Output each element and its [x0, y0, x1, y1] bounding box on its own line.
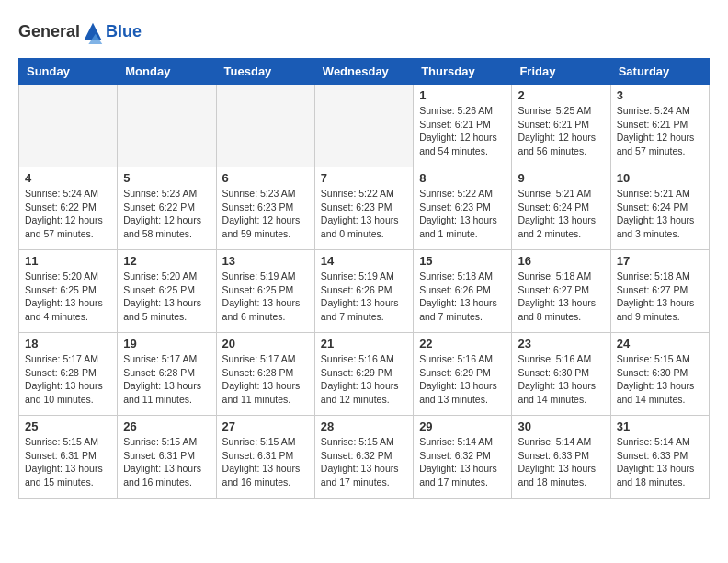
calendar-day-cell: 17Sunrise: 5:18 AM Sunset: 6:27 PM Dayli…	[610, 250, 709, 333]
day-info: Sunrise: 5:24 AM Sunset: 6:21 PM Dayligh…	[617, 104, 703, 158]
calendar-table: SundayMondayTuesdayWednesdayThursdayFrid…	[18, 58, 710, 499]
calendar-week-row: 11Sunrise: 5:20 AM Sunset: 6:25 PM Dayli…	[19, 250, 710, 333]
day-info: Sunrise: 5:23 AM Sunset: 6:22 PM Dayligh…	[123, 187, 210, 241]
day-info: Sunrise: 5:16 AM Sunset: 6:29 PM Dayligh…	[419, 352, 506, 407]
day-info: Sunrise: 5:19 AM Sunset: 6:25 PM Dayligh…	[222, 270, 309, 324]
day-of-week-header: Tuesday	[216, 59, 314, 85]
day-number: 13	[222, 254, 309, 268]
calendar-day-cell: 3Sunrise: 5:24 AM Sunset: 6:21 PM Daylig…	[610, 85, 709, 167]
day-number: 15	[419, 254, 506, 268]
day-of-week-header: Wednesday	[314, 59, 413, 85]
day-info: Sunrise: 5:14 AM Sunset: 6:32 PM Dayligh…	[419, 435, 506, 489]
day-number: 3	[617, 88, 703, 102]
calendar-day-cell: 18Sunrise: 5:17 AM Sunset: 6:28 PM Dayli…	[19, 333, 118, 416]
day-info: Sunrise: 5:21 AM Sunset: 6:24 PM Dayligh…	[518, 187, 604, 241]
page-header: GeneralBlue	[18, 18, 710, 44]
calendar-day-cell: 6Sunrise: 5:23 AM Sunset: 6:23 PM Daylig…	[216, 167, 314, 250]
calendar-day-cell: 20Sunrise: 5:17 AM Sunset: 6:28 PM Dayli…	[216, 333, 314, 416]
calendar-day-cell: 2Sunrise: 5:25 AM Sunset: 6:21 PM Daylig…	[512, 85, 610, 167]
day-number: 28	[321, 419, 407, 433]
day-info: Sunrise: 5:17 AM Sunset: 6:28 PM Dayligh…	[222, 352, 309, 407]
logo-general-text: General	[18, 22, 80, 41]
day-info: Sunrise: 5:15 AM Sunset: 6:31 PM Dayligh…	[25, 435, 111, 489]
day-number: 1	[419, 88, 506, 102]
calendar-day-cell: 16Sunrise: 5:18 AM Sunset: 6:27 PM Dayli…	[512, 250, 610, 333]
day-info: Sunrise: 5:20 AM Sunset: 6:25 PM Dayligh…	[123, 270, 210, 324]
day-of-week-header: Monday	[118, 59, 216, 85]
day-number: 27	[222, 419, 309, 433]
calendar-day-cell: 13Sunrise: 5:19 AM Sunset: 6:25 PM Dayli…	[216, 250, 314, 333]
day-number: 17	[617, 254, 703, 268]
day-number: 20	[222, 337, 309, 350]
day-info: Sunrise: 5:19 AM Sunset: 6:26 PM Dayligh…	[321, 270, 407, 324]
day-of-week-header: Thursday	[414, 59, 512, 85]
day-of-week-header: Friday	[512, 59, 610, 85]
day-number: 10	[617, 171, 703, 185]
calendar-day-cell: 9Sunrise: 5:21 AM Sunset: 6:24 PM Daylig…	[512, 167, 610, 250]
calendar-day-cell: 29Sunrise: 5:14 AM Sunset: 6:32 PM Dayli…	[414, 416, 512, 499]
calendar-day-cell: 8Sunrise: 5:22 AM Sunset: 6:23 PM Daylig…	[414, 167, 512, 250]
calendar-day-cell: 31Sunrise: 5:14 AM Sunset: 6:33 PM Dayli…	[610, 416, 709, 499]
calendar-day-cell: 1Sunrise: 5:26 AM Sunset: 6:21 PM Daylig…	[414, 85, 512, 167]
calendar-day-cell: 12Sunrise: 5:20 AM Sunset: 6:25 PM Dayli…	[118, 250, 216, 333]
day-number: 23	[518, 337, 604, 350]
day-of-week-header: Sunday	[19, 59, 118, 85]
day-info: Sunrise: 5:15 AM Sunset: 6:31 PM Dayligh…	[222, 435, 309, 489]
calendar-header-row: SundayMondayTuesdayWednesdayThursdayFrid…	[19, 59, 710, 85]
calendar-day-cell: 28Sunrise: 5:15 AM Sunset: 6:32 PM Dayli…	[314, 416, 413, 499]
day-number: 25	[25, 419, 111, 433]
day-info: Sunrise: 5:21 AM Sunset: 6:24 PM Dayligh…	[617, 187, 703, 241]
calendar-day-cell: 14Sunrise: 5:19 AM Sunset: 6:26 PM Dayli…	[314, 250, 413, 333]
day-of-week-header: Saturday	[610, 59, 709, 85]
day-info: Sunrise: 5:18 AM Sunset: 6:27 PM Dayligh…	[518, 270, 604, 324]
calendar-day-cell: 30Sunrise: 5:14 AM Sunset: 6:33 PM Dayli…	[512, 416, 610, 499]
day-info: Sunrise: 5:25 AM Sunset: 6:21 PM Dayligh…	[518, 104, 604, 158]
day-number: 5	[123, 171, 210, 185]
day-number: 19	[123, 337, 210, 350]
calendar-day-cell: 21Sunrise: 5:16 AM Sunset: 6:29 PM Dayli…	[314, 333, 413, 416]
calendar-day-cell: 23Sunrise: 5:16 AM Sunset: 6:30 PM Dayli…	[512, 333, 610, 416]
svg-marker-0	[85, 23, 102, 40]
day-info: Sunrise: 5:24 AM Sunset: 6:22 PM Dayligh…	[25, 187, 111, 241]
calendar-day-cell: 15Sunrise: 5:18 AM Sunset: 6:26 PM Dayli…	[414, 250, 512, 333]
calendar-day-cell	[216, 85, 314, 167]
logo: GeneralBlue	[18, 18, 142, 44]
logo-icon	[80, 18, 106, 44]
calendar-day-cell: 26Sunrise: 5:15 AM Sunset: 6:31 PM Dayli…	[118, 416, 216, 499]
day-number: 11	[25, 254, 111, 268]
day-number: 7	[321, 171, 407, 185]
day-number: 31	[617, 419, 703, 433]
day-number: 2	[518, 88, 604, 102]
calendar-day-cell: 22Sunrise: 5:16 AM Sunset: 6:29 PM Dayli…	[414, 333, 512, 416]
day-info: Sunrise: 5:15 AM Sunset: 6:31 PM Dayligh…	[123, 435, 210, 489]
calendar-week-row: 4Sunrise: 5:24 AM Sunset: 6:22 PM Daylig…	[19, 167, 710, 250]
calendar-week-row: 25Sunrise: 5:15 AM Sunset: 6:31 PM Dayli…	[19, 416, 710, 499]
day-info: Sunrise: 5:16 AM Sunset: 6:29 PM Dayligh…	[321, 352, 407, 407]
day-info: Sunrise: 5:18 AM Sunset: 6:26 PM Dayligh…	[419, 270, 506, 324]
calendar-day-cell: 24Sunrise: 5:15 AM Sunset: 6:30 PM Dayli…	[610, 333, 709, 416]
day-number: 6	[222, 171, 309, 185]
day-number: 21	[321, 337, 407, 350]
day-info: Sunrise: 5:16 AM Sunset: 6:30 PM Dayligh…	[518, 352, 604, 407]
logo-blue-text: Blue	[106, 22, 142, 41]
day-info: Sunrise: 5:20 AM Sunset: 6:25 PM Dayligh…	[25, 270, 111, 324]
day-info: Sunrise: 5:26 AM Sunset: 6:21 PM Dayligh…	[419, 104, 506, 158]
calendar-day-cell: 11Sunrise: 5:20 AM Sunset: 6:25 PM Dayli…	[19, 250, 118, 333]
day-info: Sunrise: 5:18 AM Sunset: 6:27 PM Dayligh…	[617, 270, 703, 324]
day-info: Sunrise: 5:14 AM Sunset: 6:33 PM Dayligh…	[518, 435, 604, 489]
calendar-day-cell: 25Sunrise: 5:15 AM Sunset: 6:31 PM Dayli…	[19, 416, 118, 499]
day-number: 12	[123, 254, 210, 268]
day-number: 9	[518, 171, 604, 185]
day-number: 14	[321, 254, 407, 268]
day-number: 22	[419, 337, 506, 350]
calendar-day-cell	[19, 85, 118, 167]
calendar-day-cell	[118, 85, 216, 167]
calendar-day-cell: 19Sunrise: 5:17 AM Sunset: 6:28 PM Dayli…	[118, 333, 216, 416]
calendar-week-row: 18Sunrise: 5:17 AM Sunset: 6:28 PM Dayli…	[19, 333, 710, 416]
day-info: Sunrise: 5:22 AM Sunset: 6:23 PM Dayligh…	[321, 187, 407, 241]
day-info: Sunrise: 5:17 AM Sunset: 6:28 PM Dayligh…	[25, 352, 111, 407]
calendar-day-cell: 10Sunrise: 5:21 AM Sunset: 6:24 PM Dayli…	[610, 167, 709, 250]
day-number: 16	[518, 254, 604, 268]
day-number: 24	[617, 337, 703, 350]
calendar-day-cell: 27Sunrise: 5:15 AM Sunset: 6:31 PM Dayli…	[216, 416, 314, 499]
